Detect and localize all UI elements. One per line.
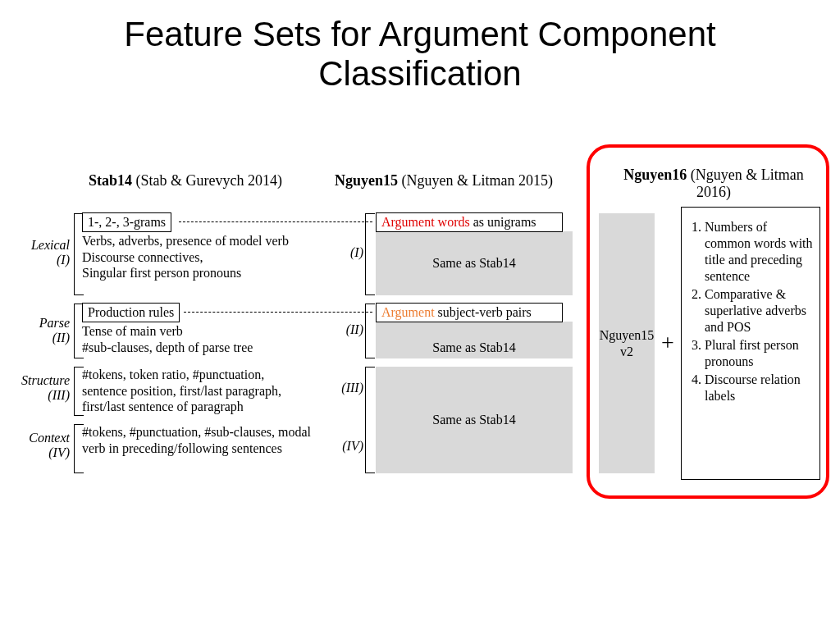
nguyen16-features-box: Numbers of common words with title and p… <box>681 207 820 480</box>
nguyen15-r2-grey: Same as Stab14 <box>376 322 573 358</box>
stab14-r4-text: #tokens, #punctuation, #sub-clauses, mod… <box>82 424 312 456</box>
row-label-lexical: Lexical(I) <box>0 238 70 268</box>
stab14-r2-text: Tense of main verb #sub-clauses, depth o… <box>82 323 312 355</box>
nguyen15-r1-header: Argument words as unigrams <box>376 212 563 232</box>
nguyen16-item-4: Discourse relation labels <box>705 372 813 404</box>
bracket-ng15-r2 <box>365 304 375 358</box>
plus-symbol: + <box>661 330 674 356</box>
col-header-nguyen15: Nguyen15 (Nguyen & Litman 2015) <box>335 172 553 189</box>
nguyen15-r2-header: Argument subject-verb pairs <box>376 303 563 322</box>
stab14-r3-text: #tokens, token ratio, #punctuation, sent… <box>82 367 312 415</box>
nguyen16-item-1: Numbers of common words with title and p… <box>705 219 813 285</box>
nguyen16-base-box: Nguyen15 v2 <box>599 213 655 473</box>
nguyen15-label-iii: (III) <box>335 381 363 395</box>
dashed-connector-r2 <box>184 312 372 313</box>
dashed-connector-r1 <box>179 221 372 222</box>
bracket-ng15-r34 <box>365 367 375 473</box>
slide-title: Feature Sets for Argument Component Clas… <box>0 0 840 94</box>
stab14-r2-box: Production rules <box>82 303 180 322</box>
row-label-context: Context(IV) <box>0 431 70 461</box>
nguyen15-label-iv: (IV) <box>335 439 363 454</box>
title-line-2: Classification <box>318 54 521 93</box>
nguyen15-r1-grey: Same as Stab14 <box>376 231 573 295</box>
nguyen15-r34-grey: Same as Stab14 <box>376 367 573 473</box>
nguyen15-label-i: (I) <box>335 245 363 260</box>
col-header-stab14: Stab14 (Stab & Gurevych 2014) <box>89 172 282 189</box>
stab14-r1-box: 1-, 2-, 3-grams <box>82 212 171 232</box>
nguyen15-label-ii: (II) <box>335 322 363 337</box>
stab14-r1-text: Verbs, adverbs, presence of model verb D… <box>82 233 312 281</box>
nguyen16-item-3: Plural first person pronouns <box>705 337 813 370</box>
nguyen16-item-2: Comparative & superlative adverbs and PO… <box>705 286 813 336</box>
row-label-parse: Parse(II) <box>0 316 70 346</box>
title-line-1: Feature Sets for Argument Component <box>124 15 715 53</box>
bracket-ng15-r1 <box>365 213 375 295</box>
row-label-structure: Structure(III) <box>0 373 70 404</box>
